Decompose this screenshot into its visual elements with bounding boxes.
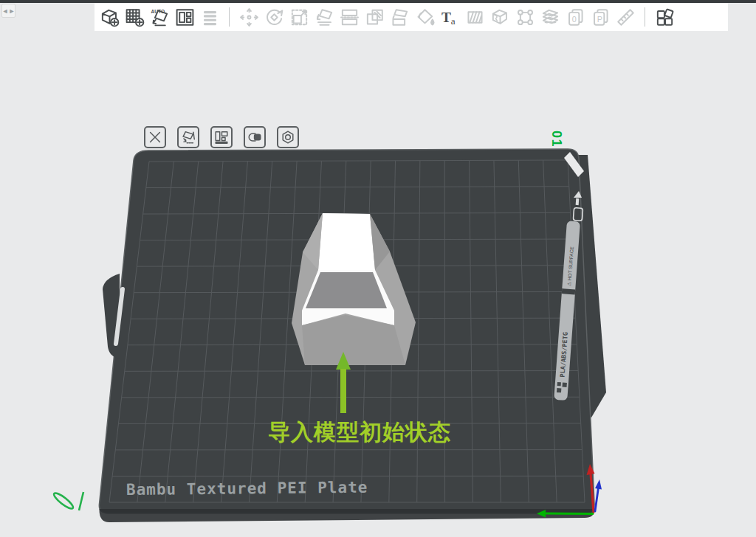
cut-icon	[339, 7, 360, 28]
color-paint-icon	[414, 7, 436, 28]
toolbar-separator	[229, 7, 230, 27]
move-icon	[238, 7, 260, 28]
support-paint-button	[462, 4, 487, 30]
add-plate-icon	[124, 7, 145, 28]
lock-plate-icon	[247, 129, 263, 145]
mesh-repair-button	[487, 4, 512, 30]
rotate-icon	[264, 7, 285, 28]
numbering-tool-icon: 0	[565, 7, 586, 28]
add-object-button[interactable]	[97, 4, 122, 30]
plate-number[interactable]: 01	[549, 131, 564, 148]
plate-name-tool-button: P	[588, 4, 613, 30]
arrange-all-button[interactable]	[172, 4, 197, 30]
auto-orient-icon: AUTO	[149, 7, 171, 28]
orient-plate-icon	[180, 129, 196, 145]
svg-text:P: P	[597, 14, 602, 23]
scale-icon	[289, 7, 310, 28]
color-paint-button	[412, 4, 437, 30]
text-tool-icon: Ta	[439, 7, 461, 28]
cut-button	[337, 4, 362, 30]
seam-paint-button	[512, 4, 537, 30]
split-to-objects-icon	[364, 7, 385, 28]
panel-collapse-icon[interactable]: ◄►	[1, 4, 16, 18]
delete-all-objects-icon	[147, 129, 163, 145]
split-to-parts-icon	[389, 7, 410, 28]
object-list-icon	[199, 7, 221, 28]
plate-skirt	[99, 509, 594, 522]
svg-text:T: T	[441, 9, 451, 24]
variable-layer-height-icon	[540, 7, 561, 28]
viewport-3d[interactable]: ⚠ HOT SURFACE PLA/ABS/PETG 01 Bambu Text…	[0, 31, 756, 537]
seam-paint-icon	[515, 7, 536, 28]
lock-plate-button[interactable]	[244, 126, 266, 148]
lay-on-face-button	[312, 4, 337, 30]
mesh-repair-icon	[489, 7, 511, 28]
delete-all-objects-button[interactable]	[144, 126, 166, 148]
arrange-plate-icon	[213, 129, 230, 145]
svg-text:AUTO: AUTO	[151, 9, 165, 14]
plate-brand-label: Bambu Textured PEI Plate	[126, 479, 368, 499]
plate-name-tool-icon: P	[590, 7, 611, 28]
main-toolbar: AUTOTa0P	[94, 3, 728, 31]
split-to-parts-button	[387, 4, 412, 30]
plate-toolbar	[144, 126, 299, 148]
svg-text:a: a	[450, 15, 455, 27]
svg-text:0: 0	[571, 14, 576, 23]
move-button	[236, 4, 261, 30]
assembly-view-icon	[654, 7, 676, 28]
orient-plate-button[interactable]	[177, 126, 199, 148]
support-paint-icon	[464, 7, 486, 28]
assembly-view-button[interactable]	[652, 4, 677, 30]
split-to-objects-button	[362, 4, 387, 30]
scale-button	[286, 4, 312, 30]
numbering-tool-button: 0	[563, 4, 588, 30]
measure-icon	[615, 7, 636, 28]
add-plate-button[interactable]	[122, 4, 147, 30]
variable-layer-height-button	[537, 4, 563, 30]
plate-settings-icon	[280, 129, 296, 145]
add-object-icon	[99, 7, 120, 28]
auto-orient-button[interactable]: AUTO	[147, 4, 172, 30]
object-list-button	[197, 4, 222, 30]
text-tool-button[interactable]: Ta	[437, 4, 462, 30]
rotate-button	[261, 4, 286, 30]
arrange-plate-button[interactable]	[210, 126, 233, 148]
plate-settings-button[interactable]	[277, 126, 299, 148]
arrange-all-icon	[174, 7, 196, 28]
measure-button	[613, 4, 638, 30]
pen-scribble	[52, 491, 83, 511]
toolbar-separator	[645, 7, 645, 27]
model-top-face	[318, 213, 375, 270]
lay-on-face-icon	[314, 7, 335, 28]
